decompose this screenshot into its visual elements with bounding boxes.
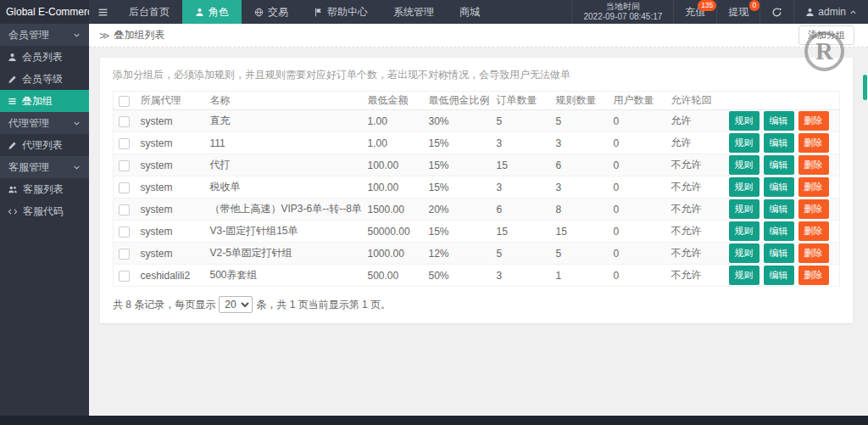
topbar-nav-item[interactable]: 交易 xyxy=(242,0,301,24)
rule-button[interactable]: 规则 xyxy=(729,155,760,175)
row-checkbox[interactable] xyxy=(119,271,130,282)
hint-text: 添加分组后，必须添加规则，并且规则需要对应好订单个数，若出现不对称情况，会导致用… xyxy=(113,68,840,82)
topbar-nav-item[interactable]: 商城 xyxy=(447,0,492,24)
sidebar-group-label: 会员管理 xyxy=(8,28,49,42)
row-checkbox[interactable] xyxy=(119,160,130,171)
column-header: 最低金额 xyxy=(363,92,424,110)
table-row: systemV2-5单固定打针组1000.0012%550不允许规则编辑删除 xyxy=(114,243,840,265)
edit-button[interactable]: 编辑 xyxy=(764,199,794,219)
sidebar-item[interactable]: 客服代码 xyxy=(0,200,89,222)
sidebar-item[interactable]: 会员等级 xyxy=(0,68,89,90)
cell-agent: ceshidalili2 xyxy=(136,265,205,287)
add-group-button[interactable]: 添加分组 xyxy=(798,25,854,45)
sidebar-group-label: 代理管理 xyxy=(8,116,49,131)
table-row: system（带他上高速）VIP3-6单--转--8单1500.0020%680… xyxy=(114,199,840,221)
sidebar-item[interactable]: 代理列表 xyxy=(0,134,89,156)
cell-min-commission: 12% xyxy=(424,243,492,265)
username: admin xyxy=(818,6,846,18)
rule-button[interactable]: 规则 xyxy=(729,111,760,131)
code-icon xyxy=(8,207,18,216)
topbar-nav-item[interactable]: 角色 xyxy=(182,0,242,24)
user-menu[interactable]: admin xyxy=(793,0,868,24)
cell-rules: 8 xyxy=(551,199,609,221)
nav-item-label: 角色 xyxy=(209,5,229,20)
rule-button[interactable]: 规则 xyxy=(729,266,760,285)
row-checkbox[interactable] xyxy=(119,116,130,127)
cell-users: 0 xyxy=(609,221,666,243)
edit-button[interactable]: 编辑 xyxy=(764,243,794,263)
cell-agent: system xyxy=(136,221,205,243)
row-checkbox[interactable] xyxy=(119,182,130,193)
cell-orders: 15 xyxy=(492,154,551,176)
edit-button[interactable]: 编辑 xyxy=(764,266,794,285)
recharge-button[interactable]: 充值 135 xyxy=(673,0,716,24)
rule-button[interactable]: 规则 xyxy=(729,199,760,219)
delete-button[interactable]: 删除 xyxy=(798,221,829,241)
topbar-nav-item[interactable]: 帮助中心 xyxy=(301,0,381,24)
rule-button[interactable]: 规则 xyxy=(729,133,760,153)
delete-button[interactable]: 删除 xyxy=(798,243,829,263)
cell-name: 税收单 xyxy=(205,176,363,199)
local-time-value: 2022-09-07 08:45:17 xyxy=(583,12,662,23)
cell-users: 0 xyxy=(609,265,666,287)
topbar-nav-item[interactable]: 系统管理 xyxy=(381,0,447,24)
delete-button[interactable]: 删除 xyxy=(798,155,829,175)
topbar-nav-item[interactable]: 后台首页 xyxy=(116,0,182,24)
scrollbar-thumb[interactable] xyxy=(863,75,867,100)
cell-agent: system xyxy=(136,176,205,199)
sidebar-group-header[interactable]: 代理管理 xyxy=(0,112,89,134)
column-header: 名称 xyxy=(205,92,363,110)
refresh-button[interactable] xyxy=(760,0,793,24)
cell-agent: system xyxy=(136,154,205,176)
edit-button[interactable]: 编辑 xyxy=(764,155,794,175)
rule-button[interactable]: 规则 xyxy=(729,243,760,263)
cell-min-commission: 15% xyxy=(424,132,492,154)
topbar-nav: 后台首页角色交易帮助中心系统管理商城 xyxy=(116,0,492,24)
cell-name: 111 xyxy=(205,132,363,154)
delete-button[interactable]: 删除 xyxy=(798,111,829,131)
sidebar-item-label: 客服列表 xyxy=(23,182,64,197)
delete-button[interactable]: 删除 xyxy=(798,199,829,219)
delete-button[interactable]: 删除 xyxy=(798,133,829,153)
sidebar-item-label: 客服代码 xyxy=(23,204,64,219)
delete-button[interactable]: 删除 xyxy=(798,177,829,197)
cell-users: 0 xyxy=(609,154,666,176)
person-icon xyxy=(195,8,204,17)
sidebar-group-header[interactable]: 客服管理 xyxy=(0,156,89,178)
withdraw-button[interactable]: 提现 0 xyxy=(716,0,760,24)
row-checkbox[interactable] xyxy=(119,138,130,149)
pen-icon xyxy=(8,75,17,84)
cell-agent: system xyxy=(136,132,205,154)
cell-rules: 3 xyxy=(551,132,609,154)
row-checkbox[interactable] xyxy=(119,204,130,215)
edit-button[interactable]: 编辑 xyxy=(764,111,794,131)
hamburger-menu-icon[interactable] xyxy=(89,0,116,24)
edit-button[interactable]: 编辑 xyxy=(764,177,794,197)
table-row: systemV3-固定打针组15单50000.0015%15150不允许规则编辑… xyxy=(114,221,840,243)
sidebar-item[interactable]: 会员列表 xyxy=(0,46,89,68)
cell-cycle: 允许 xyxy=(666,110,727,132)
row-checkbox[interactable] xyxy=(119,249,130,260)
per-page-select[interactable]: 20 xyxy=(219,296,253,313)
cell-orders: 5 xyxy=(492,110,551,132)
pagination-suffix: 条，共 1 页当前显示第 1 页。 xyxy=(256,298,391,312)
edit-button[interactable]: 编辑 xyxy=(764,221,794,241)
cell-orders: 3 xyxy=(492,132,551,154)
rule-button[interactable]: 规则 xyxy=(729,221,760,241)
breadcrumb: ≫ 叠加组列表 添加分组 xyxy=(89,24,868,48)
delete-button[interactable]: 删除 xyxy=(798,266,829,285)
select-all-checkbox[interactable] xyxy=(119,96,130,107)
edit-button[interactable]: 编辑 xyxy=(764,133,794,153)
sidebar-group-header[interactable]: 会员管理 xyxy=(0,24,89,46)
row-checkbox[interactable] xyxy=(119,226,130,238)
table-row: system税收单100.0015%330不允许规则编辑删除 xyxy=(114,176,840,199)
withdraw-badge: 0 xyxy=(749,0,760,11)
globe-icon xyxy=(254,8,264,17)
flag-icon xyxy=(314,8,323,17)
person-icon xyxy=(805,8,815,17)
column-header: 规则数量 xyxy=(551,92,609,110)
rule-button[interactable]: 规则 xyxy=(729,177,760,197)
sidebar-item[interactable]: 客服列表 xyxy=(0,178,89,200)
sidebar-item[interactable]: 叠加组 xyxy=(0,90,89,112)
cell-min-amount: 100.00 xyxy=(363,154,424,176)
